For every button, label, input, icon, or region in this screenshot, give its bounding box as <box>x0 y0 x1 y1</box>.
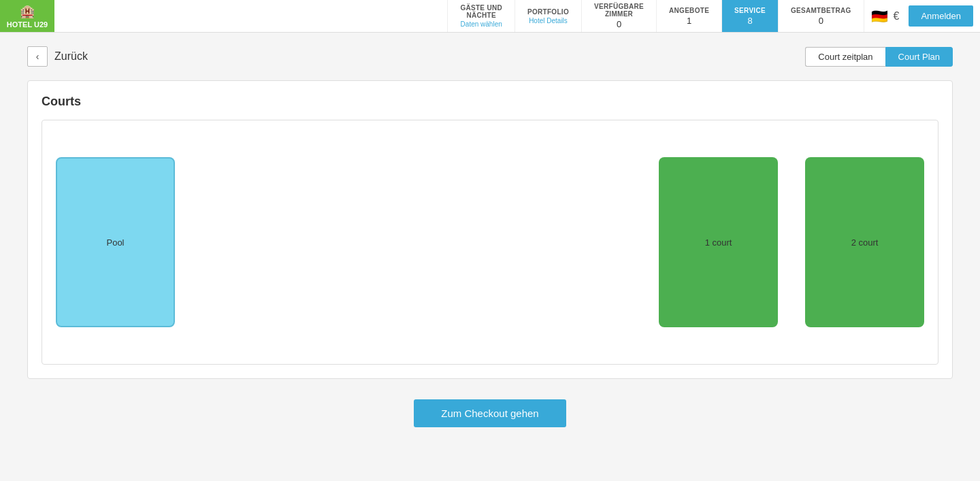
nav-label-gaeste: GÄSTE UNDNÄCHTE <box>460 4 502 19</box>
nav-label-gesamtbetrag: GESAMTBETRAG <box>791 7 851 14</box>
hotel-icon: 🏨 <box>20 4 35 19</box>
header-extras: 🇩🇪 € Anmelden <box>864 0 980 32</box>
nav-value-service: 8 <box>747 16 752 26</box>
login-button[interactable]: Anmelden <box>909 5 973 27</box>
logo-label: HOTEL U29 <box>7 20 48 29</box>
nav-item-angebote[interactable]: ANGEBOTE 1 <box>656 0 721 32</box>
court-card-2[interactable]: 2 court <box>805 157 924 327</box>
currency-symbol[interactable]: € <box>894 10 900 22</box>
main-content: ‹ Zurück Court zeitplan Court Plan Court… <box>0 33 980 441</box>
header: 🏨 HOTEL U29 GÄSTE UNDNÄCHTE Daten wählen… <box>0 0 980 33</box>
header-nav: GÄSTE UNDNÄCHTE Daten wählen PORTFOLIO H… <box>447 0 863 32</box>
courts-container: Pool 1 court 2 court <box>42 120 938 365</box>
nav-label-portfolio: PORTFOLIO <box>527 8 569 16</box>
checkout-button[interactable]: Zum Checkout gehen <box>414 399 566 427</box>
court-card-1[interactable]: 1 court <box>659 157 778 327</box>
nav-label-service: SERVICE <box>734 7 766 14</box>
back-button[interactable]: ‹ <box>27 46 48 67</box>
nav-label-verfuegbare: VERFÜGBAREZIMMER <box>594 3 644 18</box>
court-label-pool: Pool <box>106 237 124 248</box>
courts-title: Courts <box>42 95 938 109</box>
back-nav: ‹ Zurück Court zeitplan Court Plan <box>27 46 953 67</box>
tab-court-zeitplan[interactable]: Court zeitplan <box>805 47 885 67</box>
tab-court-plan[interactable]: Court Plan <box>885 47 953 67</box>
nav-item-gaeste[interactable]: GÄSTE UNDNÄCHTE Daten wählen <box>447 0 514 32</box>
nav-value-gesamtbetrag: 0 <box>819 16 823 26</box>
tab-group: Court zeitplan Court Plan <box>805 47 953 67</box>
court-label-2: 2 court <box>851 237 879 248</box>
court-label-1: 1 court <box>705 237 732 248</box>
court-card-pool[interactable]: Pool <box>56 157 175 327</box>
nav-item-portfolio[interactable]: PORTFOLIO Hotel Details <box>514 0 581 32</box>
header-spacer <box>54 0 447 32</box>
checkout-row: Zum Checkout gehen <box>27 399 953 427</box>
nav-item-gesamtbetrag[interactable]: GESAMTBETRAG 0 <box>778 0 864 32</box>
logo[interactable]: 🏨 HOTEL U29 <box>0 0 54 32</box>
nav-value-angebote: 1 <box>687 16 691 26</box>
nav-sub-gaeste: Daten wählen <box>461 20 502 28</box>
nav-item-service[interactable]: SERVICE 8 <box>721 0 778 32</box>
nav-sub-portfolio: Hotel Details <box>529 17 568 24</box>
courts-section: Courts Pool 1 court 2 court <box>27 80 953 379</box>
nav-value-verfuegbare: 0 <box>617 19 621 29</box>
flag-icon[interactable]: 🇩🇪 <box>871 8 888 24</box>
nav-label-angebote: ANGEBOTE <box>669 7 709 14</box>
back-label: Zurück <box>54 50 88 63</box>
nav-item-verfuegbare[interactable]: VERFÜGBAREZIMMER 0 <box>581 0 656 32</box>
